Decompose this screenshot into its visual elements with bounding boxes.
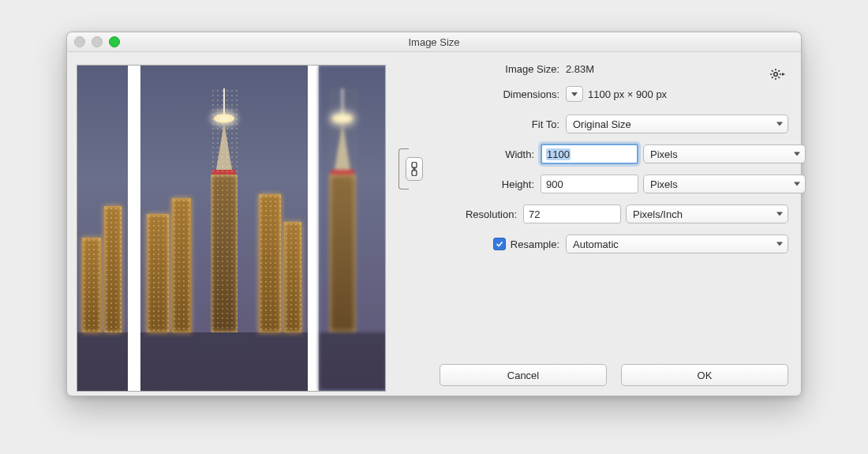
svg-line-5: [772, 70, 773, 72]
image-size-dialog: Image Size: [66, 32, 802, 396]
controls-panel: Image Size: 2.83M Dimensions: 1100 px × …: [398, 58, 788, 386]
cancel-button[interactable]: Cancel: [440, 364, 607, 386]
resolution-label: Resolution:: [424, 208, 523, 220]
image-size-value: 2.83M: [566, 63, 594, 75]
preview-image[interactable]: [77, 65, 386, 392]
resolution-units-select[interactable]: Pixels/Inch: [626, 204, 788, 223]
dimensions-value: 1100 px × 900 px: [588, 88, 667, 100]
height-units-select[interactable]: Pixels: [643, 174, 806, 193]
traffic-minimize[interactable]: [92, 36, 103, 47]
svg-point-0: [774, 73, 778, 77]
window-title: Image Size: [67, 36, 801, 48]
fit-to-label: Fit To:: [424, 118, 566, 130]
height-input[interactable]: 900: [541, 174, 638, 193]
dimensions-label: Dimensions:: [424, 88, 566, 100]
traffic-zoom[interactable]: [109, 36, 120, 47]
resolution-input[interactable]: 72: [523, 204, 621, 223]
resample-checkbox[interactable]: [493, 238, 506, 250]
svg-line-6: [778, 77, 780, 78]
titlebar: Image Size: [67, 32, 801, 52]
traffic-close[interactable]: [74, 36, 85, 47]
dimensions-flyout[interactable]: [566, 86, 583, 102]
constrain-proportions-button[interactable]: [406, 157, 423, 181]
resample-select[interactable]: Automatic: [566, 235, 788, 253]
svg-line-7: [772, 77, 773, 78]
svg-line-8: [778, 70, 780, 72]
gear-icon[interactable]: [769, 68, 785, 81]
width-input[interactable]: 1100: [541, 144, 638, 164]
ok-button[interactable]: OK: [621, 364, 788, 386]
width-units-select[interactable]: Pixels: [643, 144, 806, 163]
height-label: Height:: [424, 178, 541, 190]
width-label: Width:: [424, 148, 541, 160]
resample-label: Resample:: [511, 238, 559, 250]
svg-marker-9: [782, 73, 785, 76]
fit-to-select[interactable]: Original Size: [566, 114, 788, 133]
image-size-label: Image Size:: [424, 63, 566, 75]
